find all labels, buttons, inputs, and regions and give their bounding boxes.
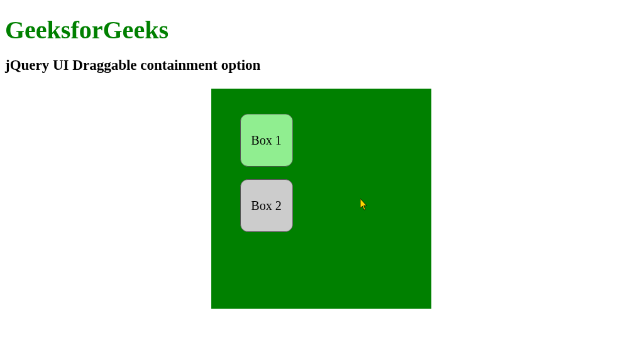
draggable-box-2[interactable]: Box 2 bbox=[240, 179, 293, 232]
draggable-box-1[interactable]: Box 1 bbox=[240, 114, 293, 167]
box-label: Box 1 bbox=[251, 133, 281, 148]
drag-container: Box 1 Box 2 bbox=[211, 89, 431, 309]
box-label: Box 2 bbox=[251, 199, 281, 213]
page-subtitle: jQuery UI Draggable containment option bbox=[5, 57, 637, 74]
page-title: GeeksforGeeks bbox=[5, 15, 637, 45]
